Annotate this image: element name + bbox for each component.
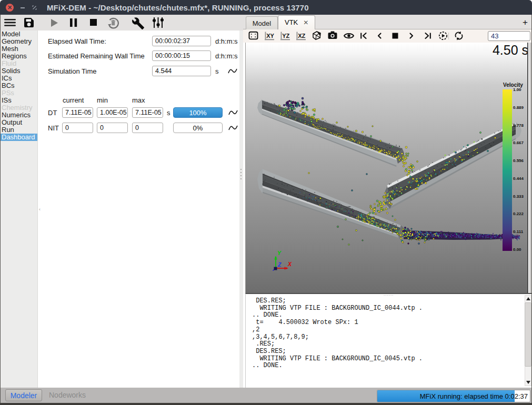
svg-text:Y: Y: [277, 250, 282, 256]
svg-text:YZ: YZ: [282, 33, 289, 39]
svg-text:XZ: XZ: [298, 33, 305, 39]
svg-text:0.556: 0.556: [513, 158, 524, 163]
svg-text:4.50 s: 4.50 s: [493, 43, 528, 57]
svg-text:0.333: 0.333: [513, 194, 524, 199]
svg-text:Z: Z: [277, 261, 282, 268]
svg-text:0.889: 0.889: [513, 105, 524, 110]
svg-text:XY: XY: [266, 33, 274, 39]
svg-text:0.667: 0.667: [513, 140, 524, 145]
svg-text:0.222: 0.222: [513, 211, 524, 216]
svg-text:0.444: 0.444: [513, 176, 524, 181]
svg-text:0.778: 0.778: [513, 123, 524, 128]
svg-text:1.00: 1.00: [513, 87, 521, 92]
svg-text:0.111: 0.111: [513, 229, 524, 234]
svg-text:0.00: 0.00: [513, 247, 521, 252]
svg-text:X: X: [287, 261, 292, 267]
